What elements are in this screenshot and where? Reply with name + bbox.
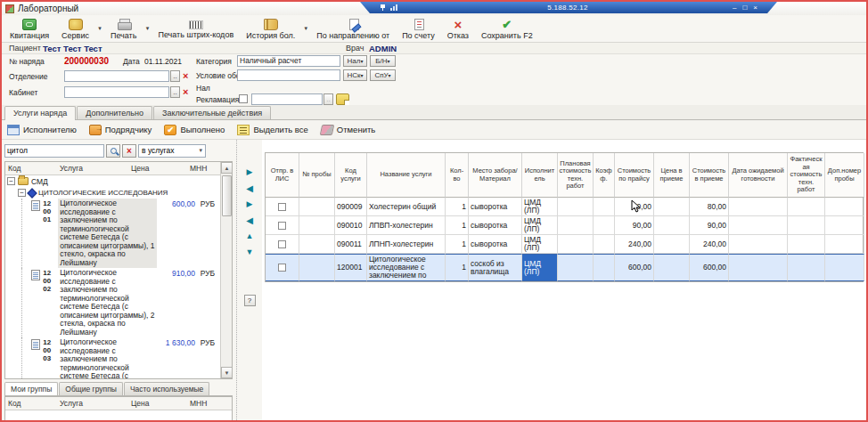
tab-frequently-used[interactable]: Часто используемые (124, 382, 209, 395)
by-referral-button[interactable]: По направлению от (310, 15, 396, 42)
col-ready-date[interactable]: Дата ожидаемой готовности (729, 153, 788, 198)
tree-scrollbar[interactable]: ▲ ▼ (220, 162, 232, 378)
col-extra-sample-no[interactable]: Доп.номер пробы (825, 153, 864, 198)
rdp-minimize-button[interactable]: – (733, 4, 736, 12)
print-barcodes-button[interactable]: Печать штрих-кодов (151, 15, 240, 42)
department-browse-button[interactable]: .. (170, 70, 180, 82)
tab-my-groups[interactable]: Мои группы (4, 382, 58, 395)
note-icon[interactable] (336, 93, 349, 105)
move-down-icon[interactable]: ▼ (246, 248, 254, 256)
reclamation-checkbox[interactable] (239, 94, 248, 103)
category-input[interactable]: Наличный расчет (237, 55, 340, 67)
collapse-icon[interactable]: − (7, 177, 15, 185)
remove-service-icon[interactable]: ◀ (246, 184, 253, 192)
col-coeff[interactable]: Коэфф. (594, 153, 615, 198)
search-button[interactable] (106, 144, 120, 158)
col-planned-cost[interactable]: Плановая стоимость техн. работ (558, 153, 594, 198)
send-to-lis-checkbox[interactable] (278, 222, 286, 230)
tree-group-row[interactable]: − ЦИТОЛОГИЧЕСКИЕ ИССЛЕДОВАНИЯ (5, 187, 220, 199)
cabinet-browse-button[interactable]: .. (170, 86, 180, 98)
col-mnn[interactable]: МНН (187, 164, 221, 173)
select-all-button[interactable]: Выделить все (237, 125, 307, 135)
tree-service-item[interactable]: 12 00 01 Цитологическое исследование с з… (5, 199, 220, 268)
to-executor-button[interactable]: Исполнителю (7, 125, 77, 135)
table-row[interactable]: 090011 ЛПНП-холестерин 1 сыворотка ЦМД (… (266, 235, 863, 254)
condition-input[interactable] (237, 69, 340, 81)
rdp-restore-button[interactable]: □ (742, 4, 747, 12)
save-button[interactable]: ✔ Сохранить F2 (475, 15, 539, 42)
department-clear-icon[interactable]: × (183, 70, 188, 81)
tab-additional[interactable]: Дополнительно (77, 106, 152, 119)
col-service-code[interactable]: Код услуги (335, 153, 367, 198)
col-code[interactable]: Код (5, 399, 57, 408)
tree-service-item[interactable]: 12 00 03 Цитологическое исследование с з… (5, 337, 220, 378)
table-row-selected[interactable]: 120001 Цитологическое исследование с зак… (266, 254, 863, 281)
done-button[interactable]: ✔Выполнено (164, 125, 225, 135)
reclamation-browse-button[interactable]: .. (323, 93, 333, 105)
cancel-button[interactable]: Отменить (321, 125, 375, 135)
collapse-icon[interactable]: − (18, 189, 26, 197)
to-contractor-button[interactable]: Подрядчику (89, 125, 152, 135)
remove-all-icon[interactable]: ◀ (246, 216, 253, 224)
col-price-list[interactable]: Стоимость по прайсу (615, 153, 654, 198)
send-to-lis-checkbox[interactable] (278, 264, 286, 272)
nsk-dropdown-button[interactable]: НСк▾ (343, 69, 367, 81)
tab-shared-groups[interactable]: Общие группы (59, 382, 123, 395)
col-cost-admission[interactable]: Стоимость в приеме (690, 153, 729, 198)
tree-service-item[interactable]: 12 00 02 Цитологическое исследование с з… (5, 268, 220, 337)
print-dropdown[interactable]: ▾ (143, 15, 151, 42)
scroll-up-icon[interactable]: ▲ (221, 162, 233, 174)
history-dropdown[interactable]: ▾ (301, 15, 310, 42)
service-dropdown[interactable]: ▾ (95, 15, 104, 42)
col-sample-no[interactable]: № пробы (299, 153, 335, 198)
cash-dropdown-button[interactable]: Нал▾ (343, 55, 367, 67)
cabinet-input[interactable] (64, 86, 169, 98)
col-executor[interactable]: Исполнитель (522, 153, 558, 198)
col-mnn[interactable]: МНН (187, 399, 221, 408)
send-to-lis-checkbox[interactable] (278, 203, 286, 211)
col-code[interactable]: Код (5, 164, 57, 173)
clear-x-icon: × (127, 146, 132, 156)
col-qty[interactable]: Кол-во (446, 153, 469, 198)
by-invoice-button[interactable]: По счету (396, 15, 441, 42)
refuse-button[interactable]: × Отказ (441, 15, 475, 42)
col-price-admission[interactable]: Цена в приеме (654, 153, 690, 198)
col-actual-cost[interactable]: Фактическая стоимость техн. работ (788, 153, 825, 198)
help-button[interactable]: ? (244, 295, 256, 306)
scroll-down-icon[interactable]: ▼ (221, 367, 233, 378)
send-to-lis-checkbox[interactable] (278, 240, 286, 248)
rdp-close-button[interactable]: × (753, 4, 757, 12)
cabinet-label: Кабинет (9, 88, 37, 97)
table-row[interactable]: 090010 ЛПВП-холестерин 1 сыворотка ЦМД (… (266, 216, 863, 235)
department-input[interactable] (64, 70, 169, 82)
receipt-button[interactable]: Квитанция (4, 15, 55, 42)
print-button[interactable]: Печать (104, 15, 143, 42)
add-all-icon[interactable]: ▶ (247, 200, 253, 208)
search-input[interactable] (4, 144, 104, 158)
cashless-dropdown-button[interactable]: Б/Н▾ (370, 55, 396, 67)
col-send-to-lis[interactable]: Отпр. в ЛИС (266, 153, 299, 198)
col-service[interactable]: Услуга (57, 164, 128, 173)
reclamation-input[interactable] (251, 93, 323, 105)
search-scope-select[interactable]: в услугах▾ (138, 144, 206, 158)
tab-final-actions[interactable]: Заключительные действия (153, 106, 271, 119)
table-row[interactable]: 090009 Холестерин общий 1 сыворотка ЦМД … (266, 198, 863, 216)
order-number-label: № наряда (9, 57, 45, 66)
transfer-strip: ▶ ◀ ▶ ◀ ▲ ▼ ? (236, 140, 262, 420)
pin-icon[interactable] (380, 4, 386, 11)
col-price[interactable]: Цена (128, 164, 175, 173)
search-clear-button[interactable]: × (122, 144, 136, 158)
tree-root-row[interactable]: − СМД (5, 175, 220, 187)
cabinet-clear-icon[interactable]: × (183, 86, 188, 97)
spu-dropdown-button[interactable]: СпУ▾ (370, 69, 396, 81)
scrollbar-thumb[interactable] (222, 175, 232, 216)
col-material[interactable]: Место забора/Материал (469, 153, 522, 198)
col-price[interactable]: Цена (128, 399, 175, 408)
tab-order-services[interactable]: Услуги наряда (4, 106, 76, 120)
service-button[interactable]: Сервис (55, 15, 95, 42)
col-service[interactable]: Услуга (57, 399, 128, 408)
add-service-icon[interactable]: ▶ (247, 168, 253, 176)
move-up-icon[interactable]: ▲ (246, 232, 254, 240)
col-service-name[interactable]: Название услуги (367, 153, 446, 198)
history-button[interactable]: История бол. (240, 15, 301, 42)
